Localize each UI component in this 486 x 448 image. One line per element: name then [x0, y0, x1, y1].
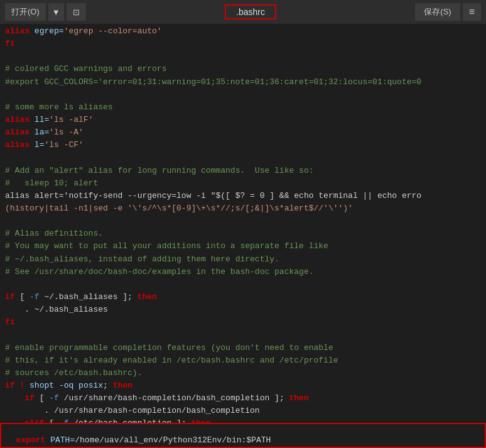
toolbar-right: 保存(S) ≡ [415, 3, 481, 21]
open-button[interactable]: 打开(O) [5, 3, 46, 21]
toolbar: 打开(O) ▼ ⊡ .bashrc 保存(S) ≡ [0, 0, 486, 24]
code-content[interactable]: alias egrep='egrep --color=auto' fi # co… [0, 24, 486, 423]
menu-button[interactable]: ≡ [463, 3, 481, 21]
export-value: =/home/uav/all_env/Python312Env/bin:$PAT… [70, 435, 271, 445]
title-area: .bashrc [89, 4, 413, 19]
pin-icon: ⊡ [73, 8, 80, 17]
pin-button[interactable]: ⊡ [67, 3, 86, 21]
open-label: 打开(O) [11, 6, 40, 18]
code-pre: alias egrep='egrep --color=auto' fi # co… [0, 25, 486, 423]
code-area: alias egrep='egrep --color=auto' fi # co… [0, 24, 486, 423]
export-varname: PATH [50, 435, 70, 445]
open-dropdown-button[interactable]: ▼ [48, 3, 64, 21]
export-line-bar: export PATH=/home/uav/all_env/Python312E… [0, 423, 486, 448]
dropdown-icon: ▼ [52, 8, 60, 17]
file-title: .bashrc [225, 4, 276, 19]
export-keyword: export [16, 435, 51, 445]
save-button[interactable]: 保存(S) [415, 3, 460, 21]
menu-icon: ≡ [469, 6, 475, 17]
